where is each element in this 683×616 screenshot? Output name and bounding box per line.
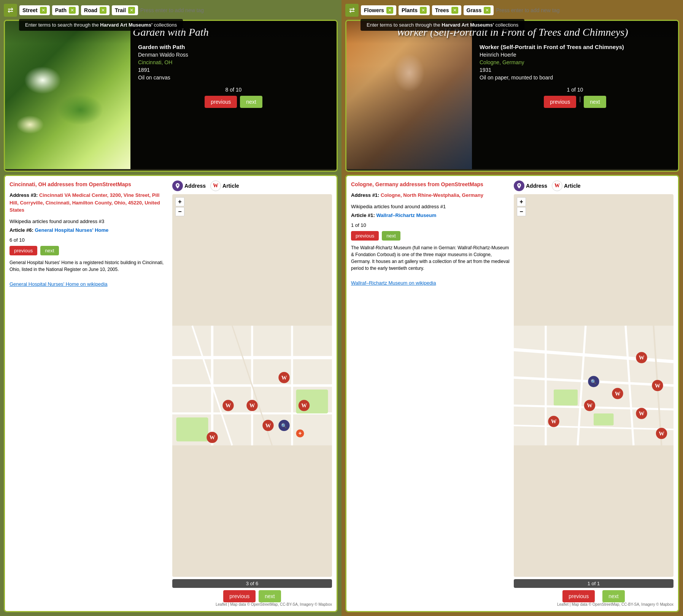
left-zoom-in[interactable]: + [175,197,184,206]
left-map-nav: previous next [172,590,332,602]
svg-rect-40 [554,390,578,405]
tag-path-close[interactable]: ✕ [69,7,76,14]
left-wiki-icon: W [210,181,221,191]
tag-street-close[interactable]: ✕ [40,7,47,14]
left-info-prev[interactable]: previous [10,246,37,255]
svg-text:W: W [659,431,664,437]
right-address-title: Cologne, Germany addresses from OpenStre… [351,181,511,188]
left-map-attribution: Leaflet | Map data © OpenStreetMap, CC-B… [172,602,332,606]
right-next-button[interactable]: next [584,96,606,108]
svg-text:W: W [301,402,307,409]
svg-text:W: W [210,434,215,440]
right-article-tab[interactable]: W Article [552,181,581,191]
svg-point-30 [518,184,520,186]
right-search-bar: ⇄ Flowers ✕ Plants ✕ Trees ✕ Grass ✕ Ent… [345,4,679,17]
left-map-panel: Address W Article [172,181,332,606]
right-map-tabs: Address W Article [514,181,673,191]
tag-path: Path ✕ [52,5,79,15]
tag-trees-close[interactable]: ✕ [451,7,458,14]
tag-trees: Trees ✕ [432,5,461,15]
left-year: 1891 [138,67,329,73]
left-map-prev[interactable]: previous [223,590,256,602]
left-address-tab-label: Address [184,183,206,189]
right-tag-input[interactable] [496,7,572,13]
right-external-link[interactable]: Wallraf–Richartz Museum on wikipedia [351,280,436,286]
tag-road-close[interactable]: ✕ [100,7,106,14]
right-artwork-name: Worker (Self-Portrait in Front of Trees … [480,44,670,50]
right-panel: ⇄ Flowers ✕ Plants ✕ Trees ✕ Grass ✕ Ent… [342,0,683,616]
left-address-tab[interactable]: Address [172,181,206,191]
right-map-next[interactable]: next [602,590,624,602]
left-map[interactable]: W W W W W W 🔍 + [172,194,332,577]
svg-text:W: W [281,375,287,381]
right-address-tab[interactable]: Address [514,181,547,191]
left-article-tab[interactable]: W Article [210,181,239,191]
right-artist: Heinrich Hoerle [480,52,670,58]
svg-text:🔍: 🔍 [281,423,287,429]
tag-trail: Trail ✕ [112,5,138,15]
left-info-next[interactable]: next [40,246,59,255]
svg-text:W: W [226,402,231,409]
tag-trail-close[interactable]: ✕ [128,7,135,14]
left-zoom-out[interactable]: − [175,207,184,216]
right-article-text: The Wallraf-Richartz Museum (full name i… [351,244,511,272]
right-map-prev[interactable]: previous [562,590,595,602]
svg-rect-41 [594,413,614,426]
right-info-prev[interactable]: previous [351,231,379,241]
tag-flowers-close[interactable]: ✕ [386,7,393,14]
tag-street: Street ✕ [19,5,50,15]
right-search-hint: Enter terms to search through the Harvar… [361,19,524,31]
left-next-button[interactable]: next [240,96,262,108]
right-article-tab-label: Article [564,183,581,189]
left-map-svg: W W W W W W 🔍 + [172,194,332,577]
right-zoom-in[interactable]: + [517,197,526,206]
left-info-pagination: 6 of 10 [10,236,25,244]
right-info-pagination: 1 of 10 [351,222,366,229]
right-map-attribution: Leaflet | Map data © OpenStreetMap, CC-B… [514,602,673,606]
right-address-link[interactable]: Cologne, North Rhine-Westphalia, Germany [381,192,483,198]
right-nav-sep: | [579,96,581,108]
right-map[interactable]: W W W W W W W 🔍 [514,194,673,577]
svg-text:+: + [299,430,302,436]
svg-text:W: W [655,383,661,389]
left-address-icon [172,181,183,191]
svg-point-1 [177,184,178,186]
left-address-title: Cincinnati, OH addresses from OpenStreet… [10,181,169,188]
right-address-icon [514,181,524,191]
left-shuffle-button[interactable]: ⇄ [4,4,17,17]
right-nav-buttons: previous | next [480,96,670,108]
tag-grass-close[interactable]: ✕ [484,7,491,14]
left-artwork-name: Garden with Path [138,44,329,50]
right-medium: Oil on paper, mounted to board [480,74,670,81]
right-year: 1931 [480,67,670,73]
left-nav-buttons: previous next [138,96,329,108]
right-info-next[interactable]: next [382,231,400,241]
tag-plants-close[interactable]: ✕ [420,7,427,14]
left-info-panel: Cincinnati, OH addresses from OpenStreet… [10,181,169,606]
left-tag-input[interactable] [140,7,216,13]
right-previous-button[interactable]: previous [544,96,576,108]
right-map-pagination: 1 of 1 [514,579,673,588]
left-previous-button[interactable]: previous [205,96,237,108]
left-medium: Oil on canvas [138,74,329,81]
left-pagination-info: 8 of 10 [138,87,329,93]
left-article-link[interactable]: General Hospital Nurses' Home [35,227,108,233]
svg-text:W: W [615,391,621,397]
left-wiki-found: Wikipedia articles found around address … [10,218,169,225]
right-zoom-out[interactable]: − [517,207,526,216]
svg-rect-12 [176,418,208,442]
svg-text:W: W [639,410,645,416]
left-external-link[interactable]: General Hospital Nurses' Home on wikiped… [10,281,108,287]
svg-text:W: W [587,402,592,409]
right-map-nav: previous | next [514,590,673,602]
right-pagination-info: 1 of 10 [480,87,670,93]
left-map-next[interactable]: next [259,590,281,602]
right-location: Cologne, Germany [480,59,670,65]
right-map-svg: W W W W W W W 🔍 [514,194,673,577]
left-info-buttons: previous next [10,246,169,255]
svg-text:🔍: 🔍 [591,379,597,385]
left-artwork-card: Garden with Path Garden with Path Denman… [4,20,338,172]
right-shuffle-button[interactable]: ⇄ [345,4,359,17]
right-article-link[interactable]: Wallraf–Richartz Museum [376,212,436,218]
right-info-nav: 1 of 10 [351,222,511,229]
